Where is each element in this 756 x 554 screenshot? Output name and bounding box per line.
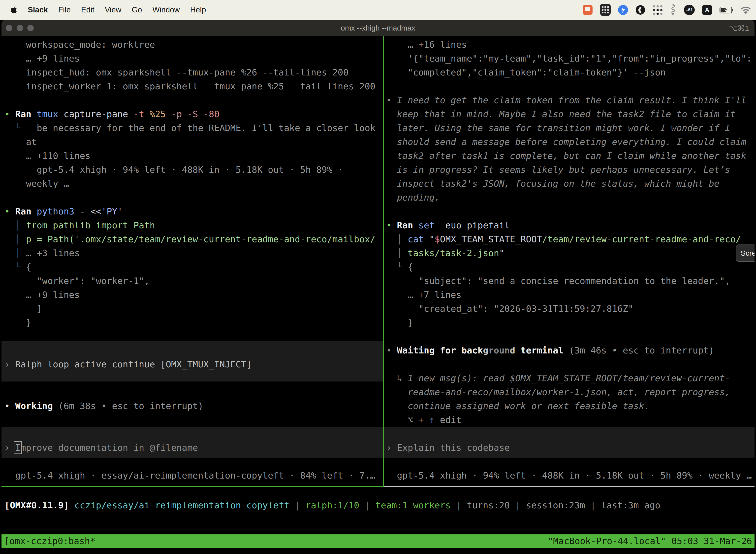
pane-divider-horizontal-right[interactable]: [384, 486, 755, 487]
text-segment: tmux: [37, 109, 58, 119]
text-segment: |: [359, 500, 376, 510]
menu-item-file[interactable]: File: [58, 5, 71, 14]
tmux-status-bar: [omx-cczip0:bash* "MacBook-Pro-44.local"…: [1, 535, 755, 548]
crescent-circle-icon[interactable]: [635, 5, 645, 15]
terminal-line: [386, 79, 755, 93]
text-segment: ›: [386, 443, 397, 453]
terminal-line: "subject": "send a concise recommendatio…: [386, 274, 755, 288]
terminal-line: │ cat "$OMX_TEAM_STATE_ROOT/team/review-…: [386, 232, 755, 246]
terminal-line: workspace_mode: worktree: [4, 38, 386, 52]
zoom-button[interactable]: [27, 25, 34, 31]
text-segment: ›: [4, 359, 15, 369]
terminal-line: at: [4, 135, 386, 149]
text-segment: }: [386, 318, 413, 328]
chat-bubble-icon[interactable]: [583, 5, 592, 15]
text-segment: [31, 206, 37, 216]
text-segment: keep that in mind. Maybe I also need the…: [386, 109, 736, 119]
a-square-icon[interactable]: A: [702, 5, 712, 15]
text-segment: inspect task2's JSON, focusing on the st…: [386, 178, 719, 189]
text-segment: [69, 500, 74, 510]
text-segment: gpt-5.4 xhigh · 94% left · 488K in · 5.1…: [386, 470, 752, 481]
terminal-line: … +16 lines: [386, 38, 755, 52]
text-segment: inspect_worker-1: omx sparkshell --tmux-…: [4, 81, 376, 91]
menu-item-view[interactable]: View: [105, 5, 121, 14]
terminal-line: [4, 343, 386, 357]
text-segment: [413, 220, 419, 230]
text-segment: "worker": "worker-1",: [4, 276, 149, 286]
pane-divider-vertical[interactable]: [383, 36, 384, 486]
squiggle-icon[interactable]: [670, 4, 676, 16]
text-segment: -euo pipefail: [435, 220, 510, 230]
prompt-line[interactable]: › Ralph loop active continue [OMX_TMUX_I…: [4, 357, 386, 371]
text-segment: inspect_hud: omx sparkshell --tmux-pane …: [4, 67, 349, 77]
wifi-icon[interactable]: [741, 6, 751, 14]
text-segment: └: [386, 262, 408, 272]
text-segment: is in progress? It seems likely but perh…: [386, 165, 730, 175]
text-segment: ⌥ + ↑ edit: [386, 415, 461, 425]
close-button[interactable]: [6, 25, 12, 31]
text-segment: 'PY': [101, 206, 123, 216]
tmux-pane-left[interactable]: workspace_mode: worktree … +9 lines insp…: [1, 36, 386, 483]
text-segment: Ralph loop active continue [OMX_TMUX_INJ…: [15, 359, 252, 369]
text-segment: /team/review-current-readme-and-reco/: [542, 234, 741, 244]
dots-grid-icon[interactable]: [653, 5, 663, 15]
terminal-line: [4, 190, 386, 205]
text-segment: '{"team_name":"my-team","task_id":"1","f…: [386, 53, 752, 63]
text-segment: gpt-5.4 xhigh · essay/ai-reimplementatio…: [4, 470, 376, 481]
text-segment: roun: [488, 345, 510, 355]
prompt-line[interactable]: › Improve documentation in @filename: [4, 441, 386, 455]
menu-bar: SlackFileEditViewGoWindowHelp ..61A: [0, 0, 756, 20]
text-segment: last:3m ago: [601, 500, 660, 510]
window-titlebar[interactable]: omx --xhigh --madmax ⌥⌘1: [1, 20, 755, 36]
menu-item-help[interactable]: Help: [190, 5, 206, 14]
bolt-circle-icon[interactable]: [618, 5, 628, 15]
keypad-shield-icon[interactable]: [600, 4, 611, 16]
text-segment: mprove documentation in @filename: [20, 443, 198, 453]
pane-divider-horizontal-left[interactable]: [1, 486, 384, 487]
terminal-line: └ {: [4, 260, 386, 274]
window-title: omx --xhigh --madmax: [1, 24, 755, 32]
text-segment: cczip/essay/ai-reimplementation-copyleft: [74, 500, 290, 510]
text-segment: continue assigned work or next feasible …: [386, 401, 649, 411]
terminal-line: [4, 330, 386, 343]
terminal-line: inspect_hud: omx sparkshell --tmux-pane …: [4, 65, 386, 79]
terminal-line: • Ran python3 - <<'PY': [4, 205, 386, 218]
menu-status-icons: ..61A: [583, 4, 756, 16]
text-segment: }: [4, 318, 31, 328]
text-segment: •: [4, 109, 15, 119]
text-segment: task2 after task1 is complete, but can I…: [386, 151, 746, 161]
text-segment: pending.: [386, 192, 440, 203]
menu-item-slack[interactable]: Slack: [28, 5, 48, 14]
terminal-line: … +7 lines: [386, 288, 755, 302]
tmux-pane-right[interactable]: … +16 lines '{"team_name":"my-team","tas…: [384, 36, 755, 483]
menu-item-edit[interactable]: Edit: [81, 5, 94, 14]
text-segment: •: [4, 206, 15, 216]
battery-charging-icon[interactable]: [719, 7, 733, 13]
apple-menu-icon[interactable]: [11, 6, 17, 14]
counter-badge-icon[interactable]: ..61: [684, 5, 695, 15]
menu-item-go[interactable]: Go: [132, 5, 142, 14]
text-segment: … +9 lines: [4, 290, 80, 300]
text-segment: g: [483, 345, 488, 355]
menu-item-window[interactable]: Window: [152, 5, 180, 14]
terminal-line: │ … +3 lines: [4, 246, 386, 260]
text-segment: readme-and-reco/mailbox/worker-1.json, a…: [386, 387, 730, 397]
terminal-line: └ {: [386, 260, 755, 274]
text-cursor: I: [15, 443, 20, 453]
tmux-host-clock: "MacBook-Pro-44.local" 05:03 31-Mar-26: [548, 535, 752, 548]
terminal-line: [386, 455, 755, 468]
text-segment: 1 new msg(s): read $OMX_TEAM_STATE_ROOT/…: [408, 373, 730, 383]
text-segment: set: [419, 220, 435, 230]
text-segment: •: [4, 401, 15, 411]
text-segment: -t: [128, 109, 144, 119]
text-segment: … +16 lines: [386, 40, 467, 50]
text-segment: Ran: [15, 206, 31, 216]
prompt-line[interactable]: › Explain this codebase: [386, 441, 755, 455]
terminal-line: [386, 330, 755, 343]
text-segment: at: [4, 137, 37, 147]
terminal-line: }: [386, 316, 755, 330]
terminal-window: omx --xhigh --madmax ⌥⌘1 workspace_mode:…: [1, 20, 755, 554]
terminal-line: … +9 lines: [4, 288, 386, 302]
minimize-button[interactable]: [17, 25, 23, 31]
text-segment: [31, 109, 37, 119]
